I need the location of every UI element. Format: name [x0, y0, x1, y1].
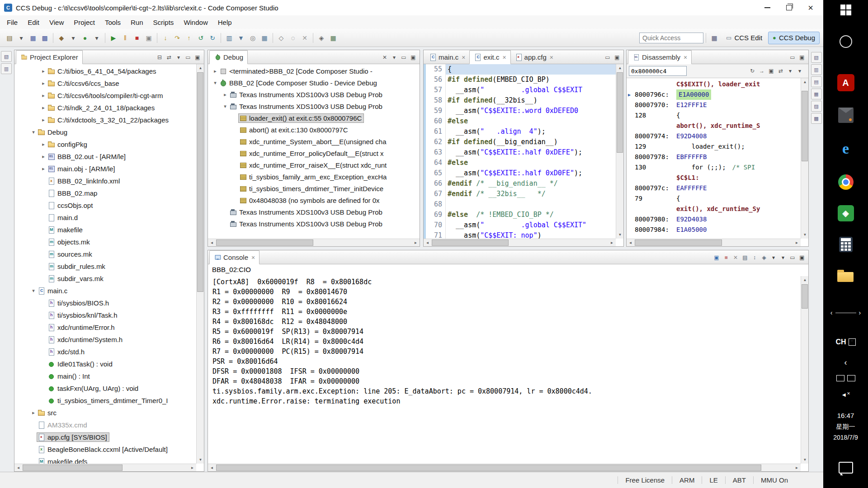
menu-view[interactable]: View [44, 17, 69, 28]
scrollbar-thumb[interactable] [617, 72, 623, 153]
debug-item[interactable]: ▾Texas Instruments XDS100v3 USB Debug Pr… [208, 100, 420, 112]
menu-run[interactable]: Run [126, 17, 148, 28]
scroll-down-icon[interactable]: ▼ [801, 456, 808, 464]
scroll-left-icon[interactable]: ◄ [424, 239, 431, 246]
collapsed-arrow-icon[interactable]: ▸ [40, 154, 47, 160]
restore-button[interactable] [778, 0, 800, 15]
debug-item[interactable]: Texas Instruments XDS100v3 USB Debug Pro… [208, 206, 420, 218]
collapsed-arrow-icon[interactable]: ▸ [40, 80, 47, 86]
tab-debug[interactable]: Debug [209, 50, 248, 64]
tab-console[interactable]: Console × [209, 250, 259, 264]
new-target-configuration-button[interactable]: ▥ [224, 33, 235, 43]
project-item[interactable]: xdc/runtime/Error.h [14, 321, 196, 333]
memory-button[interactable]: ▦ [259, 33, 270, 43]
close-tab-icon[interactable]: × [502, 54, 506, 61]
debug-item[interactable]: Texas Instruments XDS100v3 USB Debug Pro… [208, 218, 420, 230]
volume-tray-button[interactable]: ◄✕ [823, 391, 868, 398]
menu-help[interactable]: Help [213, 17, 237, 28]
remove-all-terminated-icon[interactable]: ✕ [380, 53, 389, 62]
console-hscrollbar[interactable]: ◄ ► [208, 464, 801, 471]
display-selected-icon[interactable]: ▾ [769, 253, 778, 262]
file-explorer-taskbar-button[interactable] [823, 269, 868, 283]
debug-item[interactable]: xdc_runtime_System_abort__E(unsigned cha [208, 136, 420, 147]
project-item[interactable]: subdir_vars.mk [14, 272, 196, 285]
flash-button[interactable]: ▼ [236, 33, 246, 43]
project-item[interactable]: ti/sysbios/knl/Task.h [14, 309, 196, 321]
project-item[interactable]: BeagleBoneBlack.ccxml [Active/Default] [14, 443, 196, 455]
tab-disassembly[interactable]: Disassembly × [628, 50, 692, 64]
scrollbar-thumb[interactable] [216, 465, 761, 471]
project-item[interactable]: main() : Int [14, 370, 196, 382]
scrollbar-thumb[interactable] [23, 465, 123, 471]
minimize-button[interactable] [756, 0, 778, 15]
project-item[interactable]: xdc/std.h [14, 346, 196, 358]
view-menu-icon[interactable]: ▾ [390, 53, 399, 62]
resume-button[interactable]: ▶ [108, 33, 119, 43]
tab-main-c[interactable]: main.c× [425, 51, 469, 64]
link-with-editor-icon[interactable]: ⇄ [165, 53, 174, 62]
minimize-icon[interactable]: ▭ [184, 53, 193, 62]
menu-edit[interactable]: Edit [23, 17, 44, 28]
search-button[interactable]: ◌ [288, 33, 298, 43]
project-item[interactable]: ▸C:/ti/ndk_2_24_01_18/packages [14, 102, 196, 114]
scroll-next-icon[interactable]: › [859, 309, 861, 316]
disconnect-button[interactable]: ▣ [143, 33, 154, 43]
clock-tray[interactable]: 16:47 星期一 2018/7/9 [823, 410, 868, 443]
terminate-button[interactable]: ■ [132, 33, 142, 43]
new-dropdown-button[interactable]: ▾ [16, 33, 27, 43]
collapsed-arrow-icon[interactable]: ▸ [40, 117, 47, 123]
perspective-ccs-edit[interactable]: ▭CCS Edit [722, 32, 766, 44]
minimized-view-icon[interactable]: ▥ [811, 64, 822, 75]
new-button[interactable]: ▤ [4, 33, 15, 43]
scroll-left-icon[interactable]: ◄ [208, 464, 216, 471]
collapsed-arrow-icon[interactable]: ▸ [40, 166, 47, 172]
open-perspective-button[interactable]: ▦ [709, 33, 720, 43]
step-return-button[interactable]: ↑ [184, 33, 194, 43]
scrollbar-thumb[interactable] [432, 239, 509, 246]
close-tab-icon[interactable]: × [462, 54, 465, 61]
expressions-button[interactable]: ◎ [247, 33, 258, 43]
debug-item[interactable]: xdc_runtime_Error_raiseX__E(struct xdc_r… [208, 159, 420, 171]
scroll-up-icon[interactable]: ▲ [197, 64, 204, 72]
menu-file[interactable]: File [2, 17, 23, 28]
language-indicator[interactable]: CH ¨ [823, 338, 868, 346]
maximize-icon[interactable]: ▣ [613, 53, 622, 62]
minimize-icon[interactable]: ▭ [399, 53, 408, 62]
refresh-icon[interactable]: ↻ [748, 66, 757, 75]
project-item[interactable]: makefile.defs [14, 455, 196, 464]
scroll-left-icon[interactable]: ◄ [14, 464, 22, 471]
step-over-button[interactable]: ↷ [172, 33, 183, 43]
maximize-icon[interactable]: ▣ [409, 53, 418, 62]
suspend-button[interactable]: ‖ [120, 33, 131, 43]
perspective-ccs-debug[interactable]: ●CCS Debug [768, 32, 820, 44]
minimize-icon[interactable]: ▭ [788, 53, 797, 62]
collapsed-arrow-icon[interactable]: ▸ [40, 141, 47, 147]
scrollbar-thumb[interactable] [216, 239, 313, 246]
project-item[interactable]: subdir_rules.mk [14, 260, 196, 272]
monitor-icon[interactable]: ▣ [712, 253, 721, 262]
disassembly-vscrollbar[interactable]: ▲ ▼ [801, 78, 808, 239]
build-dropdown-button[interactable]: ▾ [68, 33, 79, 43]
scroll-down-icon[interactable]: ▼ [801, 231, 808, 239]
cortana-button[interactable] [823, 35, 868, 48]
project-item[interactable]: ▸C:/ti/ccsv6/tools/compiler/ti-cgt-arm [14, 89, 196, 102]
app-3d-taskbar-button[interactable] [823, 108, 868, 123]
debug-item[interactable]: ti_sysbios_family_arm_exc_Exception_excH… [208, 171, 420, 183]
collapsed-arrow-icon[interactable]: ▸ [40, 105, 47, 111]
maximize-icon[interactable]: ▣ [797, 53, 807, 62]
project-item[interactable]: Idle01Task() : void [14, 358, 196, 370]
refresh-button[interactable]: ↻ [207, 33, 218, 43]
pin-button[interactable]: ◈ [316, 33, 327, 43]
tab-exit-c[interactable]: exit.c× [469, 50, 510, 64]
minimized-view-icon[interactable]: ▤ [811, 76, 822, 87]
scroll-right-icon[interactable]: ► [412, 239, 420, 246]
minimized-view-icon[interactable]: ▧ [811, 52, 822, 63]
minimize-icon[interactable]: ▭ [603, 53, 612, 62]
tab-project-explorer[interactable]: Project Explorer [16, 50, 83, 64]
terminate-icon[interactable]: ■ [722, 253, 731, 262]
project-item[interactable]: ▸C:/ti/ccsv6/ccs_base [14, 77, 196, 89]
expanded-arrow-icon[interactable]: ▾ [212, 80, 219, 86]
project-item[interactable]: app.cfg [SYS/BIOS] [14, 431, 196, 443]
action-center-button[interactable] [823, 462, 868, 474]
project-item[interactable]: ti/sysbios/BIOS.h [14, 297, 196, 309]
